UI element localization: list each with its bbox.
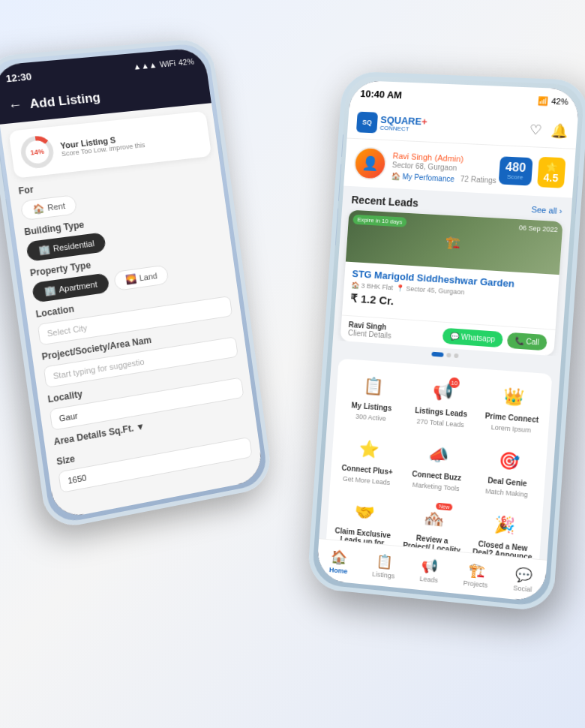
recent-leads-title: Recent Leads	[351, 194, 418, 209]
land-option[interactable]: 🌄 Land	[113, 264, 170, 291]
wishlist-icon[interactable]: ♡	[529, 122, 542, 139]
notification-icon[interactable]: 🔔	[550, 122, 568, 140]
lead-client: Ravi Singh Client Details	[348, 320, 392, 340]
back-button[interactable]: ←	[7, 97, 23, 114]
leads-label: Listings Leads	[415, 406, 467, 418]
phone-icon: 📞	[514, 336, 524, 345]
leads-sub: 270 Total Leads	[416, 417, 464, 429]
form-section: For 🏠 Rent Building Type 🏢 Residential	[8, 162, 261, 499]
apartment-icon: 🏢	[44, 284, 56, 296]
prime-icon: 👑	[499, 383, 528, 412]
quick-item-connect-plus[interactable]: ⭐ Connect Plus+ Get More Leads	[333, 428, 404, 494]
phone-back: 12:30 ▲▲▲ WiFi 42% ← Add Listing 14%	[0, 38, 274, 531]
dot-1	[431, 352, 443, 357]
battery-icon: 42%	[178, 57, 195, 68]
profile-left: 👤 Ravi Singh (Admin) Sector 68, Gurgaon …	[353, 146, 499, 186]
nav-home[interactable]: 🏠 Home	[329, 548, 350, 575]
back-page-title: Add Listing	[28, 90, 101, 112]
app-logo-text-group: SQUARE+ CONNECT	[380, 115, 428, 134]
nav-leads[interactable]: 📢 Leads	[419, 557, 440, 584]
dot-2	[446, 353, 451, 357]
front-status-right: 📶 42%	[537, 95, 568, 107]
performance-icon: 🏠	[391, 172, 400, 180]
performance-link[interactable]: 🏠 My Perfomance	[391, 172, 454, 183]
app-logo: SQ SQUARE+ CONNECT	[356, 112, 428, 136]
review-icon: 🏘️ New	[419, 504, 448, 534]
leads-badge: 10	[448, 377, 460, 388]
quick-item-buzz[interactable]: 📣 Connect Buzz Marketing Tools	[402, 433, 473, 499]
signal-icon: ▲▲▲	[133, 60, 158, 71]
see-all-link[interactable]: See all ›	[531, 205, 562, 215]
location-detail: 📍 Sector 45, Gurgaon	[396, 284, 465, 296]
nav-projects[interactable]: 🏗️ Projects	[463, 561, 489, 588]
call-button[interactable]: 📞 Call	[506, 332, 547, 350]
lead-card: 🏗️ Expire in 10 days 06 Sep 2022 STG Mar…	[340, 210, 562, 356]
listings-label: My Listings	[351, 401, 392, 412]
deal-label: Deal Genie	[488, 476, 527, 488]
profile-role: (Admin)	[434, 153, 464, 164]
quick-item-prime[interactable]: 👑 Prime Connect Lorem Ipsum	[476, 375, 549, 442]
building-icon: 🏢	[38, 244, 51, 256]
review-new-badge: New	[436, 503, 453, 511]
rating-badge: ⭐ 4.5	[537, 157, 566, 188]
land-label: Land	[139, 271, 158, 282]
whatsapp-button[interactable]: 💬 Whatsapp	[442, 327, 503, 347]
front-battery-icon: 42%	[551, 97, 568, 107]
listings-sub: 300 Active	[356, 413, 386, 423]
wifi-icon: WiFi	[159, 59, 176, 69]
social-nav-label: Social	[513, 584, 532, 594]
connect-plus-label: Connect Plus+	[341, 464, 393, 477]
leads-nav-icon: 📢	[421, 557, 438, 575]
announce-icon: 🎉	[490, 510, 519, 540]
nav-listings[interactable]: 📋 Listings	[372, 552, 396, 579]
rent-option[interactable]: 🏠 Rent	[20, 194, 78, 221]
listings-nav-icon: 📋	[376, 552, 393, 570]
quick-item-listings[interactable]: 📋 My Listings 300 Active	[338, 365, 408, 430]
rent-label: Rent	[46, 201, 65, 212]
projects-nav-icon: 🏗️	[467, 561, 485, 579]
app-logo-icon: SQ	[356, 112, 378, 134]
buzz-sub: Marketing Tools	[412, 481, 460, 492]
claim-icon: 🤝	[350, 498, 379, 528]
scene: 12:30 ▲▲▲ WiFi 42% ← Add Listing 14%	[0, 0, 585, 728]
buzz-icon: 📣	[424, 441, 452, 470]
score-number: 480	[506, 161, 526, 173]
home-icon: 🏠	[32, 203, 45, 215]
residential-option[interactable]: 🏢 Residential	[26, 232, 106, 262]
profile-right: 480 Score ⭐ 4.5	[498, 155, 566, 188]
front-time: 10:40 AM	[360, 88, 402, 101]
deal-icon: 🎯	[494, 447, 524, 476]
connect-plus-sub: Get More Leads	[343, 475, 391, 486]
back-time: 12:30	[5, 71, 32, 84]
leads-icon: 📢 10	[428, 378, 457, 407]
quick-item-deal[interactable]: 🎯 Deal Genie Match Making	[472, 439, 544, 506]
apartment-label: Apartment	[58, 279, 98, 293]
score-label: Score	[505, 173, 526, 180]
residential-label: Residential	[52, 239, 94, 253]
phone-front: 10:40 AM 📶 42% SQ SQUARE+ CON	[307, 71, 585, 612]
leads-nav-label: Leads	[419, 574, 438, 583]
social-nav-icon: 💬	[514, 566, 532, 584]
score-circle: 14%	[19, 134, 56, 170]
rating-number: 4.5	[543, 172, 559, 183]
ratings-count: 72 Ratings	[460, 174, 496, 184]
quick-item-leads[interactable]: 📢 10 Listings Leads 270 Total Leads	[406, 370, 478, 436]
profile-avatar: 👤	[353, 146, 388, 181]
projects-nav-label: Projects	[463, 579, 488, 588]
home-nav-label: Home	[329, 566, 348, 575]
header-icons: ♡ 🔔	[529, 122, 568, 140]
connect-plus-icon: ⭐	[355, 435, 383, 465]
deal-sub: Match Making	[485, 487, 528, 498]
home-nav-icon: 🏠	[331, 548, 348, 566]
profile-info: Ravi Singh (Admin) Sector 68, Gurgaon 🏠 …	[391, 149, 498, 185]
apartment-option[interactable]: 🏢 Apartment	[32, 272, 110, 302]
prime-sub: Lorem Ipsum	[490, 423, 531, 434]
back-status-icons: ▲▲▲ WiFi 42%	[133, 57, 195, 71]
listings-nav-label: Listings	[372, 570, 395, 579]
listings-icon: 📋	[358, 372, 387, 401]
prime-label: Prime Connect	[484, 411, 538, 424]
nav-social[interactable]: 💬 Social	[513, 566, 533, 594]
lead-actions: 💬 Whatsapp 📞 Call	[442, 327, 548, 350]
buzz-label: Connect Buzz	[412, 470, 461, 483]
bhk-detail: 🏠 3 BHK Flat	[351, 281, 393, 291]
